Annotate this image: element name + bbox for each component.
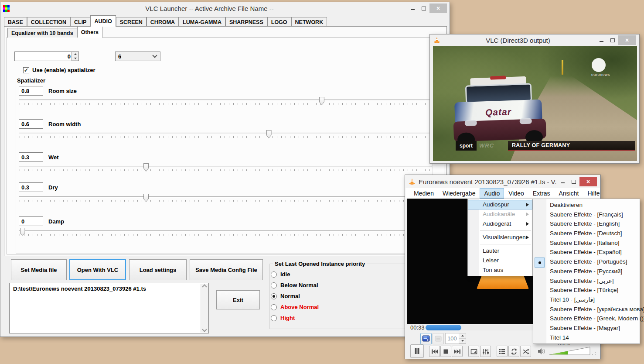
subtab-others[interactable]: Others <box>77 26 102 38</box>
menubar-item-video[interactable]: Video <box>504 188 528 199</box>
player-minimize-button[interactable] <box>557 177 568 186</box>
load-settings-button[interactable]: Load settings <box>129 259 187 280</box>
dry-value-input[interactable]: 0.3 <box>19 182 43 192</box>
submenu-item-deaktivieren[interactable]: Deaktivieren <box>533 200 640 210</box>
tab-logo[interactable]: LOGO <box>267 17 291 27</box>
launcher-close-button[interactable]: × <box>429 3 447 13</box>
player-close-button[interactable]: × <box>579 177 597 186</box>
tab-screen[interactable]: SCREEN <box>116 17 147 27</box>
submenu-item-ukrainisch[interactable]: Saubere Effekte - [українська мова] <box>533 305 640 314</box>
d3d-minimize-button[interactable] <box>596 35 607 45</box>
room-width-value-input[interactable]: 0.6 <box>19 119 43 129</box>
menu-item-ton-aus[interactable]: Ton aus <box>468 265 532 275</box>
spin-up-icon[interactable] <box>72 52 78 56</box>
resize-grip[interactable] <box>592 351 596 356</box>
tab-sharpness[interactable]: SHARPNESS <box>225 17 267 27</box>
launcher-maximize-button[interactable] <box>418 3 429 13</box>
wet-value-input[interactable]: 0.3 <box>19 152 43 162</box>
submenu-item-english[interactable]: Saubere Effekte - [English] <box>533 219 640 229</box>
priority-option-above-normal[interactable]: Above Normal <box>271 304 319 310</box>
menubar-item-ansicht[interactable]: Ansicht <box>554 188 583 199</box>
priority-option-idle[interactable]: Idle <box>271 271 290 278</box>
fullscreen-button[interactable] <box>468 346 479 357</box>
dry-slider[interactable] <box>19 194 432 205</box>
spin-down-icon[interactable] <box>72 56 78 61</box>
submenu-item-espanol[interactable]: Saubere Effekte - [Español] <box>533 247 640 257</box>
stop-button[interactable] <box>440 346 451 357</box>
zoom-spinner[interactable]: 100 <box>445 333 466 344</box>
tab-luma-gamma[interactable]: LUMA-GAMMA <box>179 17 225 27</box>
submenu-item-arabisch[interactable]: Saubere Effekte - [عربي] <box>533 276 640 286</box>
radio-icon[interactable] <box>271 282 277 288</box>
submenu-item-titel-10[interactable]: Titel 10 - [فارسی] <box>533 295 640 305</box>
radio-icon[interactable] <box>271 271 277 278</box>
submenu-item-magyar[interactable]: Saubere Effekte - [Magyar] <box>533 323 640 333</box>
d3d-maximize-button[interactable] <box>607 35 618 45</box>
menu-item-leiser[interactable]: Leiser <box>468 256 532 265</box>
previous-button[interactable] <box>429 346 440 357</box>
player-maximize-button[interactable] <box>568 177 579 186</box>
radio-icon[interactable] <box>271 315 277 321</box>
priority-option-normal[interactable]: Normal <box>271 293 300 299</box>
menubar-item-extras[interactable]: Extras <box>528 188 555 199</box>
menu-item-audiogeraet[interactable]: Audiogerät <box>468 219 532 229</box>
exit-button[interactable]: Exit <box>216 290 260 309</box>
volume-slider[interactable] <box>549 346 591 356</box>
menubar-item-medien[interactable]: Medien <box>409 188 438 199</box>
spatializer-checkbox[interactable]: ✓ <box>23 67 29 73</box>
save-media-config-button[interactable]: Save Media Config File <box>190 259 263 280</box>
d3d-close-button[interactable]: × <box>618 35 636 45</box>
scroll-down-icon[interactable] <box>202 327 207 332</box>
media-file-textarea[interactable]: D:\test\Euronews noevent 20130823_073926… <box>9 283 209 333</box>
video-frame[interactable]: Qatar euronews sport WRC RALLY OF GERMAN… <box>433 46 637 161</box>
priority-option-hight[interactable]: Hight <box>271 315 295 321</box>
submenu-item-tuerkce[interactable]: Saubere Effekte - [Türkçe] <box>533 285 640 295</box>
menubar-item-hilfe[interactable]: Hilfe <box>583 188 604 199</box>
menu-item-visualisierungen[interactable]: Visualisierungen <box>468 233 532 242</box>
menubar-item-audio[interactable]: Audio <box>480 188 504 199</box>
submenu-item-titel-14[interactable]: Titel 14 <box>533 333 640 343</box>
room-width-slider[interactable] <box>19 130 432 141</box>
radio-icon[interactable] <box>271 304 277 310</box>
speaker-icon[interactable] <box>537 347 546 355</box>
tab-chroma[interactable]: CHROMA <box>147 17 179 27</box>
tab-base[interactable]: BASE <box>4 17 27 27</box>
room-size-value-input[interactable]: 0.8 <box>19 86 43 96</box>
tab-audio[interactable]: AUDIO <box>90 15 116 27</box>
launcher-minimize-button[interactable] <box>407 3 418 13</box>
submenu-item-russisch[interactable]: Saubere Effekte - [Русский] <box>533 267 640 276</box>
tab-collection[interactable]: COLLECTION <box>27 17 70 27</box>
wet-slider[interactable] <box>19 163 432 175</box>
textarea-scrollbar[interactable] <box>201 284 208 333</box>
tab-network[interactable]: NETWORK <box>291 17 327 27</box>
tab-clip[interactable]: CLIP <box>70 17 90 27</box>
shuffle-button[interactable] <box>520 346 531 357</box>
audio-desync-spinner[interactable]: 0 <box>14 52 79 61</box>
spatializer-checkbox-row[interactable]: ✓ Use (enable) spatializer <box>23 67 95 73</box>
submenu-item-portugues[interactable]: Saubere Effekte - [Português] <box>533 257 640 267</box>
open-with-vlc-button[interactable]: Open With VLC <box>69 259 126 280</box>
radio-selected-icon[interactable] <box>271 293 277 299</box>
dvd-menu-button[interactable] <box>420 333 432 344</box>
submenu-item-italiano[interactable]: Saubere Effekte - [Italiano] <box>533 238 640 248</box>
next-button[interactable] <box>452 346 463 357</box>
pause-button[interactable] <box>410 344 424 358</box>
room-size-slider[interactable] <box>19 97 432 108</box>
subtab-equalizer[interactable]: Equalizer with 10 bands <box>7 28 77 38</box>
submenu-item-francais[interactable]: Saubere Effekte - [Français] <box>533 210 640 220</box>
scroll-up-icon[interactable] <box>202 284 207 289</box>
menubar-item-wiedergabe[interactable]: Wiedergabe <box>438 188 480 199</box>
damp-value-input[interactable]: 0 <box>19 216 43 226</box>
menu-item-lauter[interactable]: Lauter <box>468 246 532 256</box>
loop-button[interactable] <box>508 346 519 357</box>
submenu-item-deutsch[interactable]: Saubere Effekte - [Deutsch] <box>533 229 640 238</box>
damp-slider[interactable] <box>19 228 432 239</box>
priority-option-below-normal[interactable]: Below Normal <box>271 282 318 288</box>
spin-up-icon[interactable] <box>459 333 466 339</box>
set-media-file-button[interactable]: Set Media file <box>11 259 67 280</box>
audio-track-select[interactable]: 6 <box>115 52 160 61</box>
menu-item-audiospur[interactable]: Audiospur <box>468 200 532 209</box>
spin-down-icon[interactable] <box>459 339 466 344</box>
playlist-button[interactable] <box>497 346 508 357</box>
adjustments-button[interactable] <box>480 346 491 357</box>
